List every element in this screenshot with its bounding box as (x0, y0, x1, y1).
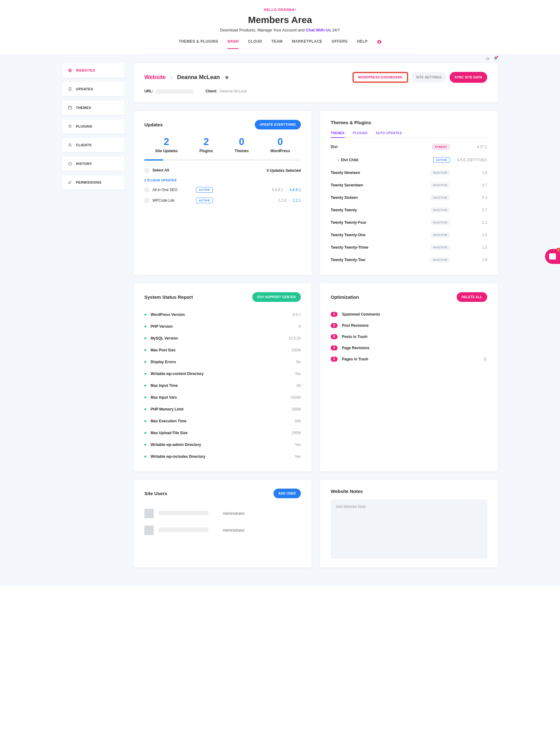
theme-row: Twenty TwentyINACTIVE2.7 (331, 204, 487, 216)
star-icon[interactable]: ★ (225, 74, 229, 80)
theme-version: 2.7 (450, 208, 487, 212)
website-note-input[interactable]: Add Website Note (331, 499, 487, 559)
stat-number: 2 (199, 136, 213, 147)
theme-status-tag: INACTIVE (431, 208, 450, 213)
theme-version: 1.2 (450, 220, 487, 225)
plugin-checkbox[interactable] (144, 198, 149, 203)
plugin-version: 4.6.8.1→4.6.9.1 (272, 188, 301, 192)
tab-auto-updates[interactable]: AUTO UPDATES (376, 131, 402, 138)
status-name: Display Errors (151, 360, 296, 364)
intercom-launcher[interactable]: 3 (545, 249, 560, 264)
main-nav: THEMES & PLUGINSDASHCLOUDTEAMMARKETPLACE… (145, 39, 415, 49)
optimization-row: 0Spammed Comments (331, 309, 487, 320)
user-row: Administrator (144, 505, 301, 522)
status-value: 8 (299, 324, 301, 329)
site-users-card: Site Users ADD USER AdministratorAdminis… (134, 480, 311, 567)
wordpress-dashboard-button[interactable]: WORDPRESS DASHBOARD (352, 72, 408, 83)
theme-row: Divi ChildACTIVE4.5.6.1597771821 (331, 153, 487, 166)
status-row: Display ErrorsNo (144, 356, 301, 368)
status-value: 6.6.1 (292, 313, 301, 317)
status-row: PHP Version8 (144, 321, 301, 332)
select-all-checkbox[interactable] (144, 168, 149, 173)
theme-version: 2.9 (450, 171, 487, 175)
nav-cloud[interactable]: CLOUD (248, 39, 262, 46)
chat-bubble-icon (549, 253, 556, 260)
status-value: 200M (291, 348, 301, 352)
trash-icon[interactable]: 🗑 (483, 357, 487, 361)
nav-dash[interactable]: DASH (227, 39, 238, 49)
theme-name: Twenty Twenty-Three (331, 245, 431, 250)
stat-wordpress[interactable]: 0WordPress (270, 136, 290, 153)
theme-status-tag: INACTIVE (431, 195, 450, 200)
bell-icon[interactable] (493, 56, 498, 62)
window-icon (68, 106, 72, 110)
nav-team[interactable]: TEAM (271, 39, 282, 46)
tab-themes[interactable]: THEMES (331, 131, 345, 138)
page-title: Members Area (0, 15, 560, 25)
sidebar-item-themes[interactable]: THEMES (62, 100, 125, 115)
key-icon (68, 180, 72, 185)
status-value: 300 (295, 419, 301, 423)
plugin-checkbox[interactable] (144, 187, 149, 192)
status-name: Max Input Vars (151, 395, 291, 400)
plugin-update-row: All in One SEOACTIVE4.6.8.1→4.6.9.1 (144, 187, 301, 193)
theme-version: 2.3 (450, 233, 487, 237)
sidebar: WEBSITESUPDATESTHEMESPLUGINSCLIENTSHISTO… (62, 63, 125, 190)
themes-plugins-title: Themes & Plugins (331, 120, 487, 125)
status-row: Max Execution Time300 (144, 415, 301, 427)
status-name: Max Input Time (151, 384, 297, 388)
sidebar-item-history[interactable]: HISTORY (62, 156, 125, 171)
theme-row: Twenty SeventeenINACTIVE3.7 (331, 179, 487, 191)
theme-name: Twenty Twenty (331, 208, 431, 212)
stat-site-updates[interactable]: 2Site Updates (155, 136, 178, 153)
chat-link[interactable]: Chat With Us (306, 28, 331, 32)
stat-themes[interactable]: 0Themes (234, 136, 249, 153)
stat-plugins[interactable]: 2Plugins (199, 136, 213, 153)
theme-version: 3.3 (450, 195, 487, 200)
sync-site-data-button[interactable]: SYNC SITE DATA (449, 72, 487, 83)
themes-plugins-card: Themes & Plugins THEMESPLUGINSAUTO UPDAT… (320, 111, 498, 275)
sidebar-item-label: PERMISSIONS (76, 181, 101, 184)
globe-icon (68, 68, 72, 72)
theme-name: Twenty Twenty-Four (331, 220, 431, 225)
sidebar-item-updates[interactable]: UPDATES (62, 82, 125, 96)
count-badge: 0 (331, 312, 338, 317)
nav-themes-plugins[interactable]: THEMES & PLUGINS (179, 39, 218, 46)
nav-marketplace[interactable]: MARKETPLACE (292, 39, 322, 46)
add-user-button[interactable]: ADD USER (273, 489, 301, 498)
user-role: Administrator (223, 511, 245, 516)
sidebar-item-clients[interactable]: CLIENTS (62, 138, 125, 152)
refresh-icon[interactable]: ⟳ (486, 56, 490, 62)
status-row: Max Input Vars10000 (144, 392, 301, 403)
theme-name: Twenty Twenty-One (331, 233, 431, 237)
avatar (144, 526, 154, 535)
sidebar-item-label: HISTORY (76, 162, 92, 165)
status-row: Max Post Size200M (144, 344, 301, 356)
plugin-update-row: WPCode LiteACTIVE2.2.0→2.2.1 (144, 198, 301, 203)
sidebar-item-permissions[interactable]: PERMISSIONS (62, 175, 125, 190)
svg-rect-3 (68, 106, 72, 109)
chevron-right-icon: › (171, 75, 172, 80)
nav-offers[interactable]: OFFERS (332, 39, 348, 46)
tab-plugins[interactable]: PLUGINS (353, 131, 368, 138)
sidebar-item-label: CLIENTS (76, 143, 92, 147)
url-label: URL: (144, 89, 153, 93)
theme-name: Twenty Sixteen (331, 195, 431, 200)
plugin-version: 2.2.0→2.2.1 (278, 198, 301, 203)
user-icon[interactable] (377, 39, 381, 46)
sidebar-item-plugins[interactable]: PLUGINS (62, 119, 125, 134)
active-tag: ACTIVE (196, 198, 213, 203)
nav-help[interactable]: HELP (357, 39, 368, 46)
delete-all-button[interactable]: DELETE ALL (457, 292, 487, 302)
status-name: Max Post Size (151, 348, 291, 352)
theme-name: Divi (331, 145, 432, 149)
status-row: Max Upload File Size200M (144, 427, 301, 439)
theme-version: 1.8 (450, 258, 487, 262)
theme-status-tag: INACTIVE (431, 245, 450, 250)
breadcrumb-root[interactable]: Website (144, 74, 166, 81)
sidebar-item-websites[interactable]: WEBSITES (62, 63, 125, 77)
site-settings-button[interactable]: SITE SETTINGS (411, 72, 447, 83)
update-everything-button[interactable]: UPDATE EVERYTHING (255, 120, 301, 129)
divi-support-center-button[interactable]: DIVI SUPPORT CENTER (252, 292, 301, 302)
count-badge: 2 (331, 357, 338, 362)
